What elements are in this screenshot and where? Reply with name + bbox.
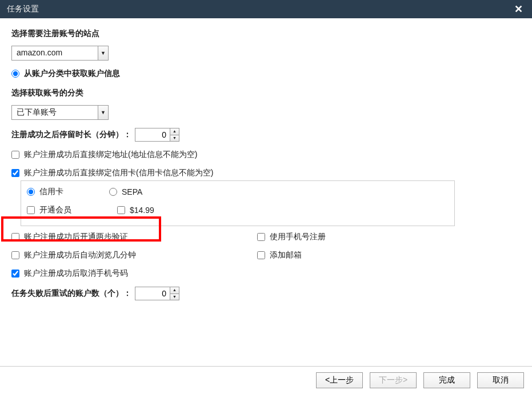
prev-button[interactable]: <上一步	[316, 372, 363, 388]
spinner-up-icon[interactable]: ▲	[170, 287, 179, 294]
spinner-down-icon[interactable]: ▼	[170, 294, 179, 300]
open-member-checkbox[interactable]: 开通会员	[27, 205, 71, 215]
add-email-checkbox[interactable]: 添加邮箱	[257, 250, 302, 260]
category-select-label: 选择获取账号的分类	[11, 88, 521, 98]
titlebar: 任务设置 ✕	[0, 0, 532, 18]
credit-card-radio-input[interactable]	[27, 188, 35, 196]
open-member-checkbox-input[interactable]	[27, 206, 35, 214]
content-area: 选择需要注册账号的站点 amazon.com ▼ 从账户分类中获取账户信息 选择…	[0, 18, 532, 366]
open-member-label: 开通会员	[39, 205, 71, 215]
price-checkbox-input[interactable]	[117, 206, 125, 214]
site-dropdown[interactable]: amazon.com ▼	[11, 46, 109, 61]
stay-duration-label: 注册成功之后停留时长（分钟）：	[11, 130, 131, 140]
retry-count-input[interactable]	[135, 287, 170, 300]
price-checkbox[interactable]: $14.99	[117, 205, 154, 215]
category-dropdown[interactable]: 已下单账号 ▼	[11, 105, 109, 120]
use-phone-checkbox-input[interactable]	[257, 233, 265, 241]
auto-browse-checkbox-input[interactable]	[11, 251, 19, 259]
spinner-down-icon[interactable]: ▼	[170, 135, 179, 142]
credit-card-radio[interactable]: 信用卡	[27, 187, 63, 197]
use-phone-label: 使用手机号注册	[270, 232, 326, 242]
bind-address-checkbox-input[interactable]	[11, 151, 19, 159]
site-select-label: 选择需要注册账号的站点	[11, 29, 521, 39]
stay-duration-spinner[interactable]: ▲ ▼	[135, 128, 179, 142]
spinner-up-icon[interactable]: ▲	[170, 128, 179, 135]
cancel-button[interactable]: 取消	[477, 372, 524, 388]
card-options-panel: 信用卡 SEPA 开通会员 $14.99	[21, 180, 455, 226]
next-button: 下一步>	[370, 372, 417, 388]
from-category-radio-input[interactable]	[11, 70, 19, 78]
bind-address-label: 账户注册成功后直接绑定地址(地址信息不能为空)	[24, 150, 197, 160]
add-email-label: 添加邮箱	[270, 250, 302, 260]
chevron-down-icon[interactable]: ▼	[98, 46, 108, 60]
auto-browse-checkbox[interactable]: 账户注册成功后自动浏览几分钟	[11, 250, 136, 260]
stay-duration-input[interactable]	[135, 128, 170, 141]
close-icon[interactable]: ✕	[512, 3, 525, 15]
site-dropdown-value: amazon.com	[12, 46, 98, 60]
two-step-label: 账户注册成功后开通两步验证	[24, 232, 128, 242]
retry-count-spinner[interactable]: ▲ ▼	[135, 287, 179, 300]
credit-card-radio-label: 信用卡	[39, 187, 63, 197]
two-step-checkbox[interactable]: 账户注册成功后开通两步验证	[11, 232, 128, 242]
add-email-checkbox-input[interactable]	[257, 251, 265, 259]
category-dropdown-value: 已下单账号	[12, 106, 98, 119]
bind-address-checkbox[interactable]: 账户注册成功后直接绑定地址(地址信息不能为空)	[11, 150, 197, 160]
two-step-checkbox-input[interactable]	[11, 233, 19, 241]
from-category-radio-label: 从账户分类中获取账户信息	[24, 69, 120, 79]
sepa-radio-input[interactable]	[109, 188, 117, 196]
bind-card-checkbox-input[interactable]	[11, 169, 19, 177]
footer-buttons: <上一步 下一步> 完成 取消	[0, 366, 532, 394]
retry-count-label: 任务失败后重试的账户数（个）：	[11, 288, 131, 299]
cancel-phone-checkbox-input[interactable]	[11, 270, 19, 278]
finish-button[interactable]: 完成	[423, 372, 470, 388]
sepa-radio[interactable]: SEPA	[109, 187, 142, 197]
chevron-down-icon[interactable]: ▼	[98, 106, 108, 119]
bind-card-checkbox[interactable]: 账户注册成功后直接绑定信用卡(信用卡信息不能为空)	[11, 168, 213, 178]
cancel-phone-label: 账户注册成功后取消手机号码	[24, 268, 128, 279]
from-category-radio[interactable]: 从账户分类中获取账户信息	[11, 69, 120, 79]
use-phone-checkbox[interactable]: 使用手机号注册	[257, 232, 326, 242]
cancel-phone-checkbox[interactable]: 账户注册成功后取消手机号码	[11, 268, 128, 279]
bind-card-label: 账户注册成功后直接绑定信用卡(信用卡信息不能为空)	[24, 168, 213, 178]
price-label: $14.99	[130, 206, 154, 215]
auto-browse-label: 账户注册成功后自动浏览几分钟	[24, 250, 136, 260]
window-title: 任务设置	[7, 4, 39, 14]
sepa-radio-label: SEPA	[122, 187, 142, 196]
